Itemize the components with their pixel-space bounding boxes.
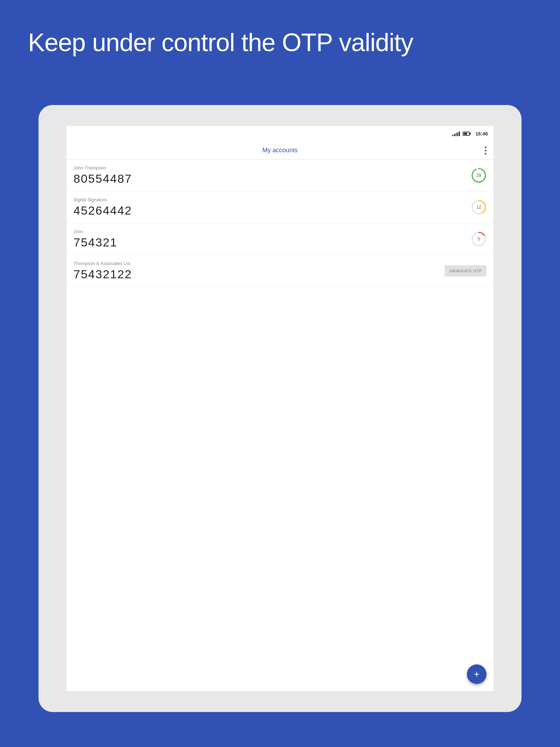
plus-icon: + — [474, 669, 479, 679]
account-name: John — [74, 229, 471, 234]
timer-value: 12 — [476, 205, 481, 210]
page-title: Keep under control the OTP validity — [28, 28, 532, 57]
account-otp-code: 45264442 — [74, 204, 471, 217]
account-name: John Thompson — [74, 165, 471, 170]
status-bar: 16:46 — [66, 126, 493, 141]
overflow-menu-button[interactable] — [483, 145, 488, 156]
list-item[interactable]: John Thompson 80554487 28 — [66, 160, 493, 191]
status-icons: 16:46 — [452, 131, 488, 137]
list-item[interactable]: Thompson & Associates Ltd. 75432122 GENE… — [66, 255, 493, 287]
signal-icon — [452, 132, 460, 136]
account-info: Thompson & Associates Ltd. 75432122 — [74, 261, 444, 281]
app-bar: My accounts — [66, 141, 493, 160]
list-item[interactable]: Digital Signature 45264442 12 — [66, 191, 493, 223]
account-otp-code: 75432122 — [74, 267, 444, 281]
add-account-fab[interactable]: + — [467, 664, 486, 684]
account-list: John Thompson 80554487 28 Digital Signat… — [66, 160, 493, 691]
app-bar-title: My accounts — [262, 147, 298, 154]
timer-circle-yellow: 12 — [471, 200, 486, 215]
account-name: Digital Signature — [74, 197, 471, 202]
timer-value: 28 — [476, 173, 481, 178]
account-name: Thompson & Associates Ltd. — [74, 261, 444, 266]
phone-screen: 16:46 My accounts John Thompson 80554487 — [66, 126, 493, 691]
account-info: John 754321 — [74, 229, 471, 249]
account-info: Digital Signature 45264442 — [74, 197, 471, 217]
phone-frame: 16:46 My accounts John Thompson 80554487 — [38, 105, 522, 712]
timer-circle-green: 28 — [471, 168, 486, 183]
account-otp-code: 80554487 — [74, 172, 471, 186]
list-item[interactable]: John 754321 5 — [66, 223, 493, 255]
account-otp-code: 754321 — [74, 236, 471, 249]
timer-value: 5 — [478, 237, 480, 242]
account-info: John Thompson 80554487 — [74, 165, 471, 186]
battery-icon — [463, 132, 470, 136]
generate-otp-button[interactable]: GENERATE OTP — [444, 265, 486, 277]
timer-circle-red: 5 — [471, 231, 486, 247]
status-time: 16:46 — [475, 131, 488, 137]
